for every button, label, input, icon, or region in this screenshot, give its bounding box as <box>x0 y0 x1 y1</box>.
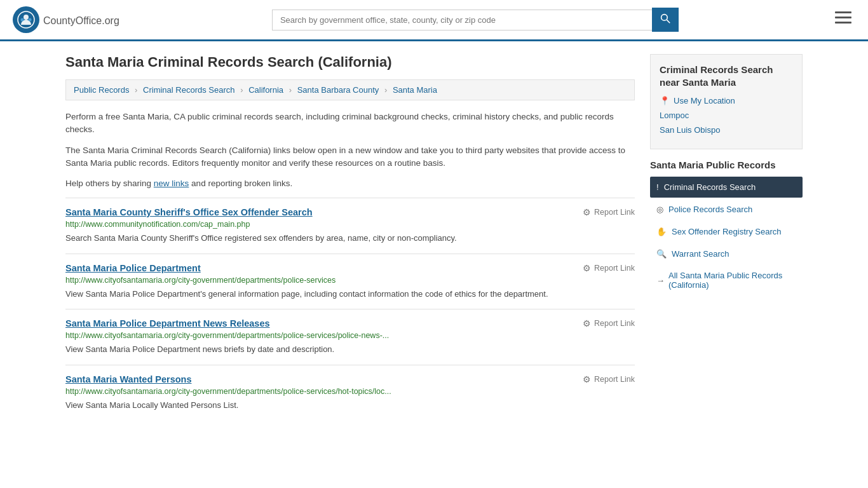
use-my-location[interactable]: 📍 Use My Location <box>660 96 793 105</box>
criminal-records-link[interactable]: Criminal Records Search <box>664 182 756 192</box>
all-records-link[interactable]: All Santa Maria Public Records (Californ… <box>668 271 796 290</box>
nearby-place-san-luis: San Luis Obispo <box>660 125 793 135</box>
result-item: Santa Maria County Sheriff's Office Sex … <box>65 198 635 254</box>
criminal-records-icon: ! <box>656 182 659 192</box>
search-button[interactable] <box>652 8 679 32</box>
nearby-heading: Criminal Records Search near Santa Maria <box>660 64 793 88</box>
site-header: CountyOffice.org <box>0 0 868 41</box>
description-1: Perform a free Santa Maria, CA public cr… <box>65 111 635 137</box>
svg-line-5 <box>667 20 670 23</box>
nearby-place-lompoc: Lompoc <box>660 111 793 120</box>
police-records-icon: ◎ <box>656 205 663 214</box>
results-list: Santa Maria County Sheriff's Office Sex … <box>65 198 635 420</box>
search-area <box>272 8 679 32</box>
san-luis-obispo-link[interactable]: San Luis Obispo <box>660 125 720 135</box>
logo-icon <box>13 6 39 33</box>
sidebar-warrant[interactable]: 🔍 Warrant Search <box>650 243 803 264</box>
result-item: Santa Maria Police Department ⚙ Report L… <box>65 254 635 309</box>
desc3-suffix: and reporting broken links. <box>189 179 292 188</box>
breadcrumb-sep: › <box>135 85 137 95</box>
all-records-link-container: → All Santa Maria Public Records (Califo… <box>650 266 803 295</box>
result-description: View Santa Maria Police Department news … <box>65 343 635 356</box>
breadcrumb-sep: › <box>289 85 292 95</box>
report-link-button[interactable]: ⚙ Report Link <box>583 374 635 384</box>
police-records-link[interactable]: Police Records Search <box>668 205 752 214</box>
warrant-link[interactable]: Warrant Search <box>672 249 729 259</box>
result-url: http://www.cityofsantamaria.org/city-gov… <box>65 276 635 285</box>
result-description: View Santa Maria Police Department's gen… <box>65 288 635 301</box>
result-title-link[interactable]: Santa Maria Police Department News Relea… <box>65 318 270 329</box>
main-content: Santa Maria Criminal Records Search (Cal… <box>65 54 635 420</box>
logo-text: CountyOffice.org <box>43 13 119 27</box>
result-description: View Santa Maria Locally Wanted Persons … <box>65 399 635 412</box>
breadcrumb-santa-barbara[interactable]: Santa Barbara County <box>297 85 379 95</box>
content-wrapper: Santa Maria Criminal Records Search (Cal… <box>53 41 815 433</box>
sidebar-nearby-section: Criminal Records Search near Santa Maria… <box>650 54 803 149</box>
report-link-icon: ⚙ <box>583 374 591 384</box>
page-title: Santa Maria Criminal Records Search (Cal… <box>65 54 635 71</box>
sidebar-sex-offender[interactable]: ✋ Sex Offender Registry Search <box>650 221 803 242</box>
result-header: Santa Maria Police Department News Relea… <box>65 318 635 329</box>
report-link-icon: ⚙ <box>583 318 591 329</box>
svg-rect-7 <box>835 17 851 18</box>
result-title-link[interactable]: Santa Maria Wanted Persons <box>65 374 192 384</box>
sex-offender-icon: ✋ <box>656 227 667 236</box>
result-url: http://www.communitynotification.com/cap… <box>65 220 635 229</box>
lompoc-link[interactable]: Lompoc <box>660 111 689 120</box>
use-my-location-link[interactable]: Use My Location <box>674 96 735 105</box>
result-header: Santa Maria Wanted Persons ⚙ Report Link <box>65 374 635 384</box>
sex-offender-link[interactable]: Sex Offender Registry Search <box>672 227 781 236</box>
description-3: Help others by sharing new links and rep… <box>65 177 635 190</box>
desc3-prefix: Help others by sharing <box>65 179 154 188</box>
breadcrumb-california[interactable]: California <box>248 85 283 95</box>
arrow-icon: → <box>656 276 665 285</box>
result-url: http://www.cityofsantamaria.org/city-gov… <box>65 331 635 340</box>
breadcrumb-santa-maria[interactable]: Santa Maria <box>393 85 437 95</box>
result-header: Santa Maria County Sheriff's Office Sex … <box>65 207 635 217</box>
warrant-icon: 🔍 <box>656 249 667 259</box>
svg-point-1 <box>24 15 29 20</box>
sidebar-police-records[interactable]: ◎ Police Records Search <box>650 199 803 220</box>
report-link-button[interactable]: ⚙ Report Link <box>583 207 635 217</box>
report-link-button[interactable]: ⚙ Report Link <box>583 318 635 329</box>
hamburger-menu-icon[interactable] <box>831 8 855 32</box>
svg-rect-8 <box>835 22 851 24</box>
breadcrumb-criminal-records[interactable]: Criminal Records Search <box>143 85 235 95</box>
search-input[interactable] <box>272 10 652 30</box>
svg-rect-6 <box>835 11 851 13</box>
sidebar-criminal-records[interactable]: ! Criminal Records Search <box>650 177 803 198</box>
result-item: Santa Maria Wanted Persons ⚙ Report Link… <box>65 365 635 421</box>
logo-area[interactable]: CountyOffice.org <box>13 6 119 33</box>
report-link-icon: ⚙ <box>583 263 591 273</box>
breadcrumb-sep: › <box>384 85 387 95</box>
result-url: http://www.cityofsantamaria.org/city-gov… <box>65 387 635 396</box>
breadcrumb: Public Records › Criminal Records Search… <box>65 79 635 100</box>
svg-point-2 <box>21 18 24 22</box>
report-link-icon: ⚙ <box>583 207 591 217</box>
sidebar: Criminal Records Search near Santa Maria… <box>650 54 803 420</box>
svg-point-3 <box>29 18 32 22</box>
result-title-link[interactable]: Santa Maria County Sheriff's Office Sex … <box>65 207 313 217</box>
new-links-link[interactable]: new links <box>154 179 189 188</box>
result-header: Santa Maria Police Department ⚙ Report L… <box>65 263 635 273</box>
breadcrumb-public-records[interactable]: Public Records <box>74 85 129 95</box>
result-description: Search Santa Maria County Sheriff's Offi… <box>65 232 635 245</box>
report-link-button[interactable]: ⚙ Report Link <box>583 263 635 273</box>
description-2: The Santa Maria Criminal Records Search … <box>65 144 635 170</box>
result-item: Santa Maria Police Department News Relea… <box>65 309 635 365</box>
svg-point-4 <box>661 15 667 21</box>
sidebar-public-records-section: Santa Maria Public Records ! Criminal Re… <box>650 159 803 295</box>
breadcrumb-sep: › <box>240 85 243 95</box>
public-records-heading: Santa Maria Public Records <box>650 159 803 170</box>
location-pin-icon: 📍 <box>660 96 670 105</box>
result-title-link[interactable]: Santa Maria Police Department <box>65 263 201 273</box>
